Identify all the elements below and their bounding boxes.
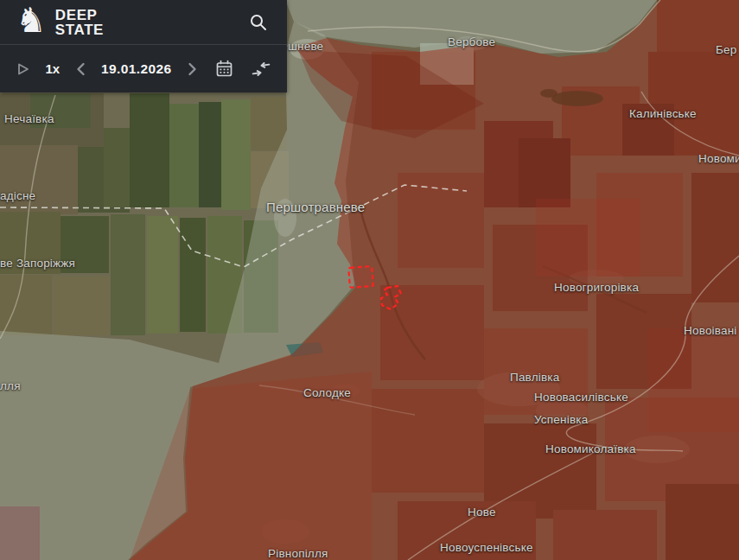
play-icon [15, 61, 30, 77]
converge-arrows-icon [250, 60, 272, 78]
chevron-left-icon [75, 61, 86, 77]
calendar-icon [215, 60, 233, 78]
search-icon [249, 13, 268, 32]
logo-line1: DEEP [55, 8, 104, 22]
search-button[interactable] [245, 10, 271, 35]
current-date: 19.01.2026 [101, 61, 172, 77]
control-panel: ♞ DEEP STATE 1x [0, 0, 287, 92]
logo-row: ♞ DEEP STATE [0, 0, 287, 45]
logo-line2: STATE [55, 22, 104, 37]
chess-knight-icon: ♞ [16, 3, 47, 37]
prev-day-button[interactable] [73, 60, 88, 79]
deepstate-map-app: Нечаївкаадісневе ЗапоріжжялляшневеВербов… [0, 0, 739, 560]
next-day-button[interactable] [185, 60, 200, 79]
app-logo: DEEP STATE [55, 8, 104, 37]
advance-marker-rect [348, 266, 373, 288]
jump-to-latest-button[interactable] [248, 59, 274, 80]
chevron-right-icon [187, 61, 198, 77]
playback-speed[interactable]: 1x [45, 61, 60, 76]
timeline-controls: 1x 19.01.2026 [0, 45, 287, 92]
play-button[interactable] [13, 60, 32, 79]
calendar-button[interactable] [213, 58, 235, 80]
